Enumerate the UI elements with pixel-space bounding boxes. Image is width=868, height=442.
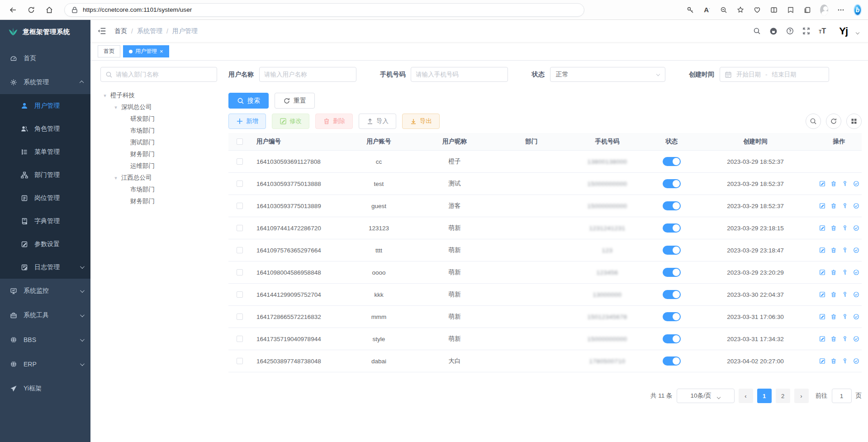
- add-button[interactable]: 新增: [228, 114, 266, 129]
- sidebar-item-logs[interactable]: 日志管理: [0, 256, 90, 279]
- split-screen-icon[interactable]: [770, 6, 778, 14]
- reset-password-icon[interactable]: [842, 203, 848, 209]
- page-button-1[interactable]: 1: [757, 389, 772, 403]
- row-checkbox[interactable]: [237, 336, 243, 342]
- edit-icon[interactable]: [819, 358, 825, 364]
- search-button[interactable]: 搜索: [228, 93, 269, 109]
- fullscreen-icon[interactable]: [802, 27, 810, 35]
- status-toggle[interactable]: [663, 201, 681, 210]
- reset-password-icon[interactable]: [842, 181, 848, 187]
- delete-icon[interactable]: [830, 225, 837, 231]
- delete-icon[interactable]: [830, 336, 837, 342]
- profile-avatar-icon[interactable]: [820, 6, 828, 14]
- reset-password-icon[interactable]: [842, 358, 848, 364]
- tab-home[interactable]: 首页: [98, 45, 120, 57]
- status-toggle[interactable]: [663, 334, 681, 343]
- tree-node[interactable]: 财务部门: [100, 195, 218, 207]
- assign-role-icon[interactable]: [853, 291, 859, 298]
- row-checkbox[interactable]: [237, 269, 243, 276]
- tree-caret-icon[interactable]: ▾: [102, 93, 108, 99]
- sidebar-item-menus[interactable]: 菜单管理: [0, 140, 90, 163]
- assign-role-icon[interactable]: [853, 181, 859, 187]
- department-search-input[interactable]: [116, 71, 212, 78]
- sidebar-item-monitor[interactable]: 系统监控: [0, 279, 90, 303]
- assign-role-icon[interactable]: [853, 247, 859, 253]
- edit-icon[interactable]: [819, 269, 825, 276]
- edit-icon[interactable]: [819, 203, 825, 209]
- reset-password-icon[interactable]: [842, 269, 848, 276]
- breadcrumb-system[interactable]: 系统管理: [137, 27, 162, 35]
- page-button-2[interactable]: 2: [776, 389, 790, 403]
- delete-icon[interactable]: [830, 203, 837, 209]
- sidebar-item-roles[interactable]: 角色管理: [0, 117, 90, 140]
- row-checkbox[interactable]: [237, 203, 243, 209]
- tree-node[interactable]: 运维部门: [100, 160, 218, 172]
- edit-button[interactable]: 修改: [272, 114, 309, 129]
- breadcrumb-home[interactable]: 首页: [114, 27, 127, 35]
- status-toggle[interactable]: [663, 179, 681, 188]
- export-button[interactable]: 导出: [402, 114, 440, 129]
- add-favorite-star-icon[interactable]: [736, 6, 745, 14]
- delete-icon[interactable]: [830, 181, 837, 187]
- close-icon[interactable]: ×: [160, 48, 163, 55]
- sidebar-item-posts[interactable]: 岗位管理: [0, 186, 90, 209]
- status-toggle[interactable]: [663, 312, 681, 321]
- collections-icon[interactable]: [803, 6, 811, 14]
- reset-password-icon[interactable]: [842, 247, 848, 253]
- sidebar-item-bbs[interactable]: BBS: [0, 328, 90, 352]
- sidebar-item-system[interactable]: 系统管理: [0, 70, 90, 94]
- sidebar-item-dictionary[interactable]: 字典管理: [0, 209, 90, 233]
- status-select[interactable]: 正常: [550, 67, 665, 82]
- address-bar[interactable]: https://ccnetcore.com:1101/system/user: [64, 3, 584, 17]
- sidebar-item-erp[interactable]: ERP: [0, 352, 90, 376]
- edit-icon[interactable]: [819, 247, 825, 253]
- favorites-bar-icon[interactable]: [787, 6, 795, 14]
- delete-button[interactable]: 删除: [315, 114, 353, 129]
- sidebar-item-yi-framework[interactable]: Yi框架: [0, 376, 90, 401]
- password-key-icon[interactable]: [686, 6, 694, 14]
- assign-role-icon[interactable]: [853, 225, 859, 231]
- edit-icon[interactable]: [819, 314, 825, 320]
- user-avatar-logo[interactable]: Yj: [839, 25, 848, 37]
- sidebar-item-departments[interactable]: 部门管理: [0, 163, 90, 186]
- goto-page-input[interactable]: [832, 389, 852, 403]
- row-checkbox[interactable]: [237, 225, 243, 231]
- next-page-button[interactable]: ›: [794, 389, 809, 403]
- tree-node[interactable]: 市场部门: [100, 184, 218, 195]
- select-all-checkbox[interactable]: [237, 138, 243, 145]
- table-refresh-button[interactable]: [826, 114, 841, 129]
- more-options-icon[interactable]: [837, 6, 845, 14]
- table-columns-button[interactable]: [846, 114, 862, 129]
- sidebar-item-users[interactable]: 用户管理: [0, 94, 90, 117]
- delete-icon[interactable]: [830, 314, 837, 320]
- row-checkbox[interactable]: [237, 247, 243, 253]
- copilot-icon[interactable]: b: [854, 6, 862, 14]
- tree-node[interactable]: 财务部门: [100, 148, 218, 160]
- reset-password-icon[interactable]: [842, 314, 848, 320]
- font-size-icon[interactable]: TT: [819, 27, 826, 35]
- sidebar-item-tools[interactable]: 系统工具: [0, 303, 90, 328]
- assign-role-icon[interactable]: [853, 358, 859, 364]
- row-checkbox[interactable]: [237, 358, 243, 364]
- github-icon[interactable]: [769, 27, 778, 35]
- zoom-icon[interactable]: [720, 6, 728, 14]
- assign-role-icon[interactable]: [853, 269, 859, 276]
- import-button[interactable]: 导入: [359, 114, 396, 129]
- assign-role-icon[interactable]: [853, 314, 859, 320]
- page-size-select[interactable]: 10条/页: [677, 389, 735, 403]
- status-toggle[interactable]: [663, 290, 681, 299]
- browser-refresh-button[interactable]: [24, 3, 38, 17]
- status-toggle[interactable]: [663, 246, 681, 255]
- tree-node[interactable]: 市场部门: [100, 125, 218, 137]
- tab-user-management[interactable]: 用户管理 ×: [123, 45, 169, 57]
- read-aloud-icon[interactable]: Aʾ: [703, 6, 711, 14]
- status-toggle[interactable]: [663, 356, 681, 366]
- sidebar-collapse-icon[interactable]: [98, 27, 106, 35]
- department-search-field[interactable]: [100, 67, 217, 82]
- reset-password-icon[interactable]: [842, 291, 848, 298]
- edit-icon[interactable]: [819, 181, 825, 187]
- reset-password-icon[interactable]: [842, 225, 848, 231]
- row-checkbox[interactable]: [237, 314, 243, 320]
- help-icon[interactable]: [786, 27, 794, 35]
- assign-role-icon[interactable]: [853, 203, 859, 209]
